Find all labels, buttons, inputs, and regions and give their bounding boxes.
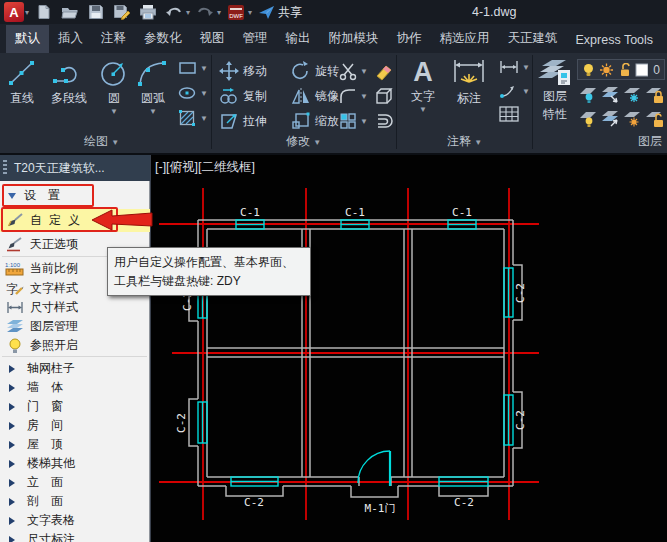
redo-caret-icon[interactable]: ▾ (217, 8, 221, 17)
app-menu-caret-icon[interactable]: ▾ (25, 8, 29, 17)
arc-caret-icon[interactable]: ▼ (132, 107, 174, 116)
layer-unisolate-button[interactable] (600, 108, 620, 128)
text-caret-icon[interactable]: ▼ (405, 105, 441, 114)
array-caret-icon[interactable]: ▼ (360, 117, 368, 126)
annotate-panel-label[interactable]: 注释 ▼ (447, 133, 482, 150)
redo-button[interactable] (194, 2, 216, 22)
tab-parametric[interactable]: 参数化 (135, 25, 191, 53)
sidebar-title: T20天正建筑软... (14, 160, 105, 177)
save-as-button[interactable] (111, 2, 133, 22)
window-tag: C-1 (452, 206, 472, 219)
collapsed-triangle-icon (9, 384, 15, 392)
sidebar-group-text-table[interactable]: 文字表格 (0, 511, 150, 530)
hatch-button[interactable]: ▼ (178, 109, 208, 127)
tab-manage[interactable]: 管理 (234, 25, 277, 53)
text-button[interactable]: A 文字 ▼ (405, 57, 441, 114)
sidebar-title-bar[interactable]: T20天正建筑软... (0, 155, 150, 181)
new-file-icon (36, 4, 52, 20)
tab-annotate[interactable]: 注释 (92, 25, 135, 53)
sidebar-item-ref-open[interactable]: 参照开启 (0, 336, 150, 355)
tab-featured-apps[interactable]: 精选应用 (431, 25, 499, 53)
trim-caret-icon[interactable]: ▼ (360, 67, 368, 76)
layer-on-button[interactable] (578, 108, 598, 128)
undo-button[interactable] (163, 2, 185, 22)
layer-state-dropdown[interactable]: 0 (577, 59, 665, 80)
tab-default[interactable]: 默认 (6, 25, 49, 53)
app-logo-button[interactable]: A (4, 2, 24, 22)
mirror-label: 镜像 (315, 88, 339, 105)
tab-output[interactable]: 输出 (277, 25, 320, 53)
layers-panel-label[interactable]: 图层 (638, 133, 662, 150)
sidebar-group-room[interactable]: 房 间 (0, 416, 150, 435)
modify-panel-label[interactable]: 修改 ▼ (286, 133, 321, 150)
tab-express-tools[interactable]: Express Tools (567, 28, 663, 53)
new-file-button[interactable] (33, 2, 55, 22)
share-button[interactable]: 共享 (258, 4, 302, 21)
stretch-button[interactable]: 拉伸 (219, 111, 267, 131)
circle-caret-icon[interactable]: ▼ (96, 107, 132, 116)
tab-insert[interactable]: 插入 (49, 25, 92, 53)
sidebar-group-wall[interactable]: 墙 体 (0, 378, 150, 397)
sidebar-item-layer-manage[interactable]: 图层管理 (0, 317, 150, 336)
mirror-button[interactable]: 镜像 (291, 86, 339, 106)
draw-panel-label[interactable]: 绘图 ▼ (84, 133, 119, 150)
layer-thaw-button[interactable] (622, 108, 642, 128)
dimension-button[interactable]: 标注 (447, 57, 491, 107)
tab-view[interactable]: 视图 (191, 25, 234, 53)
sidebar-group-axis-column[interactable]: 轴网柱子 (0, 359, 150, 378)
table-button[interactable] (498, 105, 520, 123)
line-button[interactable]: 直线 (2, 57, 42, 107)
dim-linear-caret-icon[interactable]: ▼ (522, 63, 530, 72)
sidebar-group-stairs[interactable]: 楼梯其他 (0, 454, 150, 473)
scale-button[interactable]: 缩放 (291, 111, 339, 131)
save-button[interactable] (85, 2, 107, 22)
ellipse-button[interactable]: ▼ (178, 84, 208, 102)
layer-freeze-button[interactable] (622, 84, 642, 104)
rotate-button[interactable]: 旋转 (291, 61, 339, 81)
dwf-caret-icon[interactable]: ▾ (248, 8, 252, 17)
fillet-button[interactable]: ▼ (338, 86, 368, 106)
dim-linear-button[interactable]: ▼ (498, 59, 530, 75)
copy-button[interactable]: 复制 (219, 86, 267, 106)
circle-button[interactable]: 圆 ▼ (96, 57, 132, 116)
leader-button[interactable]: ▼ (498, 82, 530, 100)
tab-addins[interactable]: 附加模块 (320, 25, 388, 53)
viewport-controls[interactable]: [-][俯视][二维线框] (155, 159, 255, 176)
layer-unlock-button[interactable] (645, 108, 665, 128)
plot-button[interactable] (137, 2, 159, 22)
sidebar-group-elevation[interactable]: 立 面 (0, 473, 150, 492)
erase-button[interactable] (374, 61, 394, 81)
dwf-button[interactable]: DWF (225, 2, 247, 22)
tab-tianzheng[interactable]: 天正建筑 (499, 25, 567, 53)
dwf-icon: DWF (227, 4, 245, 21)
sidebar-grip-handle[interactable] (3, 160, 7, 176)
explode-button[interactable] (374, 86, 394, 106)
array-button[interactable]: ▼ (338, 111, 368, 131)
sidebar-item-dim-style[interactable]: 尺寸样式 (0, 298, 150, 317)
sidebar-group-roof[interactable]: 屋 顶 (0, 435, 150, 454)
ellipse-caret-icon[interactable]: ▼ (200, 89, 208, 98)
arc-button[interactable]: 圆弧 ▼ (132, 57, 174, 116)
polyline-button[interactable]: 多段线 (42, 57, 96, 107)
tab-collaborate[interactable]: 协作 (388, 25, 431, 53)
undo-caret-icon[interactable]: ▾ (186, 8, 190, 17)
layer-off-button[interactable] (578, 84, 598, 104)
sidebar-group-section[interactable]: 剖 面 (0, 492, 150, 511)
leader-caret-icon[interactable]: ▼ (522, 87, 530, 96)
open-file-button[interactable] (59, 2, 81, 22)
rectangle-caret-icon[interactable]: ▼ (200, 64, 208, 73)
move-button[interactable]: 移动 (219, 61, 267, 81)
drawing-area[interactable]: [-][俯视][二维线框] (150, 155, 667, 542)
mirror-icon (291, 86, 311, 106)
layer-lock-button[interactable] (645, 84, 665, 104)
rectangle-button[interactable]: ▼ (178, 59, 208, 77)
layer-isolate-button[interactable] (600, 84, 620, 104)
layer-properties-button[interactable]: 图层 特性 (536, 57, 574, 123)
sidebar-group-dimension[interactable]: 尺寸标注 (0, 530, 150, 542)
scale-label: 缩放 (315, 113, 339, 130)
trim-button[interactable]: ▼ (338, 61, 368, 81)
hatch-caret-icon[interactable]: ▼ (200, 114, 208, 123)
sidebar-group-door-window[interactable]: 门 窗 (0, 397, 150, 416)
offset-button[interactable] (374, 111, 394, 131)
fillet-caret-icon[interactable]: ▼ (360, 92, 368, 101)
